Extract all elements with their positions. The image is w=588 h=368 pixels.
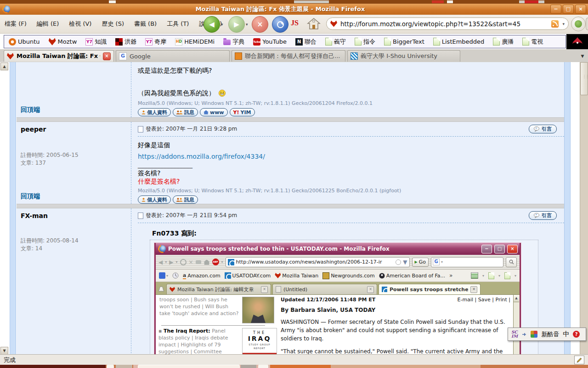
page-icon	[488, 272, 494, 279]
menu-view[interactable]: 檢視 (V)	[69, 20, 91, 28]
url-text[interactable]: http://forum.moztw.org/viewtopic.php?t=1…	[340, 20, 551, 28]
back-to-top-link[interactable]: 回頂端	[21, 192, 40, 201]
tab-google[interactable]: G Google	[116, 50, 230, 62]
page-border-right	[564, 62, 571, 354]
website-button[interactable]: www	[200, 108, 228, 116]
quote-attribution: Fn0733 寫到:	[152, 230, 564, 238]
js-extension-badge[interactable]: JS	[291, 19, 299, 27]
bookmark-hongye[interactable]: 洪爺	[115, 38, 136, 46]
menu-history[interactable]: 歷史 (S)	[102, 20, 124, 28]
stop-button[interactable]: ×	[252, 16, 268, 33]
bookmark-listembedded[interactable]: ListEmbedded	[433, 38, 485, 46]
menu-edit[interactable]: 編輯 (E)	[37, 20, 59, 28]
post-icon	[138, 126, 143, 132]
post-body-cell: 或是這款是怎麼下載的嗎? （因為我超愛黑色系的說） Mozilla/5.0 (W…	[131, 62, 564, 117]
private-message-button[interactable]: 訊息	[173, 108, 198, 116]
forum-page: 回頂端 或是這款是怎麼下載的嗎? （因為我超愛黑色系的說） Mozilla/5.…	[17, 62, 564, 354]
bookmark-ubuntu[interactable]: Ubuntu	[9, 38, 40, 46]
bookmarks-overflow-chevron: »	[449, 272, 452, 279]
back-to-top-link[interactable]: 回頂端	[21, 106, 40, 114]
bookmark-udn[interactable]: N聯合	[295, 38, 317, 46]
inner-tab-bar: Mozilla Taiwan 討論區: 編輯文章 × (Untitled) ×	[156, 282, 520, 295]
user-agent-line: Mozilla/5.0 (Windows; U; Windows NT 5.1;…	[138, 100, 564, 106]
status-bar: 完成	[0, 354, 588, 365]
article-updated: Updated 12/17/2006 11:48 PM ET	[281, 297, 375, 303]
bookmark-youtube[interactable]: TubeYouTube	[253, 38, 287, 46]
menu-tools[interactable]: 工具 (T)	[167, 20, 189, 28]
quote-button[interactable]: ”引言	[529, 125, 557, 133]
bookmark-tv[interactable]: 電視	[522, 38, 543, 46]
post-buttons: 個人資料 訊息	[138, 196, 564, 204]
scroll-up-button[interactable]: ▲	[0, 63, 8, 70]
bookmark-biggertext[interactable]: BiggerText	[384, 38, 424, 46]
inner-scroll-up-icon: ▲	[514, 295, 519, 302]
scroll-down-button[interactable]: ▼	[0, 347, 8, 355]
bookmark-command[interactable]: 指令	[355, 38, 375, 46]
maximize-button[interactable]: □	[563, 5, 574, 14]
menu-file[interactable]: 檔案 (F)	[5, 20, 27, 28]
profile-button[interactable]: 個人資料	[138, 108, 171, 116]
adblock-icon: ABP	[212, 259, 219, 265]
tab-forum[interactable]: Mozilla Taiwan 討論區: Fx 佈... ×	[4, 50, 114, 62]
browser-viewport: 回頂端 或是這款是怎麼下載的嗎? （因為我超愛黑色系的說） Mozilla/5.…	[0, 62, 580, 354]
quote-box: Powell says troops stretched too thin - …	[150, 240, 538, 354]
signature-text: 簽名檔?	[138, 169, 564, 178]
chewing-input-icon[interactable]	[531, 331, 537, 338]
close-button[interactable]: ×	[575, 5, 586, 14]
yahoo-icon: Y7	[85, 38, 93, 46]
url-dropdown[interactable]: ▾	[562, 22, 565, 26]
post-separator	[17, 204, 564, 208]
inner-tab-untitled: (Untitled) ×	[272, 284, 377, 294]
bookmark-hemidemi[interactable]: HDHEMiDEMi	[175, 38, 215, 46]
forward-dropdown[interactable]: ▾	[246, 22, 248, 27]
home-button[interactable]	[307, 17, 321, 33]
scim-help-button[interactable]: ?	[573, 331, 580, 338]
firefox-icon	[3, 6, 10, 13]
scrollbar-thumb[interactable]	[580, 62, 588, 95]
input-mode-indicator[interactable]: 中	[563, 330, 569, 339]
tab-close-icon[interactable]: ×	[103, 52, 111, 60]
back-button[interactable]: ◀	[204, 16, 220, 33]
forward-button[interactable]: ▶	[228, 16, 245, 33]
forum-post: FX-man 註冊時間: 2005-08-14 文章: 14 發表於: 2007…	[17, 208, 564, 354]
tab-udn-news[interactable]: 聯合新聞網：每個人都可發揮自己...	[232, 50, 345, 62]
bookmark-knowledge[interactable]: Y7知識	[85, 38, 107, 46]
rss-feed-icon[interactable]	[551, 20, 559, 28]
yim-button[interactable]: Y!YIM	[230, 108, 255, 116]
private-message-button[interactable]: 訊息	[173, 196, 198, 204]
bookmark-radio[interactable]: 廣播	[493, 38, 514, 46]
bookmark-isu[interactable]: 義守	[325, 38, 346, 46]
down-arrow-icon: ▼	[403, 259, 407, 265]
post-header: 發表於: 2007年 一月 21日 9:28 pm ”引言	[138, 122, 564, 137]
tab-isu[interactable]: 義守大學 I-Shou University	[347, 50, 460, 62]
inner-go-button: ▶Go	[412, 258, 429, 267]
tab-overflow-button[interactable]: ▼	[579, 52, 586, 60]
pin-icon[interactable]	[521, 332, 527, 337]
bush-photo	[242, 297, 274, 323]
menu-bookmarks[interactable]: 書籤 (B)	[134, 20, 157, 28]
divider	[161, 325, 265, 326]
url-bar[interactable]: http://forum.moztw.org/viewtopic.php?t=1…	[326, 17, 569, 30]
bookmark-dictionary[interactable]: 字典	[223, 38, 244, 46]
back-dropdown[interactable]: ▾	[221, 22, 223, 27]
go-button[interactable]	[571, 17, 586, 31]
main-scrollbar[interactable]	[580, 62, 588, 354]
input-method-name[interactable]: 新酷音	[541, 330, 559, 339]
reload-button[interactable]	[272, 16, 288, 33]
minimize-button[interactable]: −	[550, 5, 561, 14]
window-titlebar: Mozilla Taiwan 討論區: Fx 佈景主題展 - Mozilla F…	[0, 4, 588, 15]
quote-button[interactable]: ”引言	[529, 211, 557, 220]
post-separator	[17, 117, 564, 122]
scim-toolbar[interactable]: SCIM 新酷音 中 ?	[508, 328, 586, 341]
taskbar-button	[107, 365, 114, 368]
profile-button[interactable]: 個人資料	[138, 196, 171, 204]
bookmark-moztw[interactable]: Moztw	[49, 38, 77, 46]
post-link[interactable]: https://addons.mozilla.org/firefox/4334/	[138, 153, 564, 160]
edit-statusbar-button[interactable]	[574, 356, 584, 364]
bookmark-kimo[interactable]: Y7奇摩	[145, 38, 166, 46]
yahoo-y-icon: Y!	[233, 109, 239, 115]
inner-bookmark-moztw: Mozilla Taiwan	[275, 273, 318, 279]
page-icon	[433, 38, 440, 46]
page-border-left	[10, 62, 16, 354]
two-person-icon	[176, 110, 183, 115]
